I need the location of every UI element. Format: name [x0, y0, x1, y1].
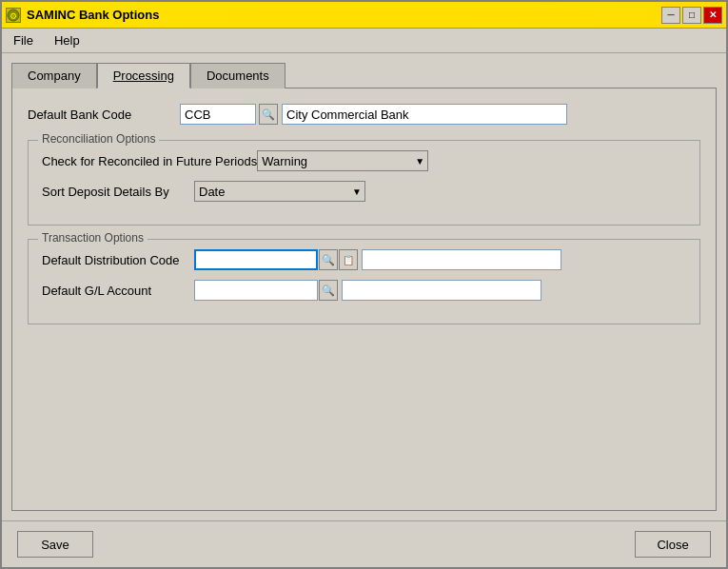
dist-code-row: Default Distribution Code 🔍 📋: [42, 249, 686, 270]
sort-deposit-label: Sort Deposit Details By: [42, 185, 194, 199]
maximize-button[interactable]: □: [682, 7, 701, 24]
search-icon: 🔍: [262, 108, 275, 121]
minimize-button[interactable]: ─: [661, 7, 680, 24]
transaction-group: Transaction Options Default Distribution…: [28, 239, 700, 324]
dist-code-input[interactable]: [194, 249, 318, 270]
transaction-group-title: Transaction Options: [38, 231, 148, 245]
main-window: ⚙ SAMINC Bank Options ─ □ ✕ File Help Co…: [0, 0, 728, 569]
bank-code-search-button[interactable]: 🔍: [259, 104, 278, 125]
search-icon: 🔍: [322, 284, 335, 297]
gl-account-row: Default G/L Account 🔍: [42, 280, 686, 301]
save-button[interactable]: Save: [17, 531, 93, 558]
main-panel: Default Bank Code 🔍 Reconciliation Optio…: [11, 88, 717, 511]
default-bank-code-label: Default Bank Code: [28, 108, 180, 122]
reconciliation-group: Reconciliation Options Check for Reconci…: [28, 140, 700, 226]
sort-deposit-row: Sort Deposit Details By Date Amount Refe…: [42, 181, 686, 202]
menu-file[interactable]: File: [8, 31, 39, 49]
close-button-footer[interactable]: Close: [635, 531, 711, 558]
sort-deposit-wrapper: Date Amount Reference ▼: [194, 181, 365, 202]
svg-text:⚙: ⚙: [10, 11, 17, 21]
close-button[interactable]: ✕: [703, 7, 722, 24]
gl-name-input[interactable]: [342, 280, 541, 301]
tab-company[interactable]: Company: [11, 63, 97, 88]
title-controls: ─ □ ✕: [661, 7, 722, 24]
tab-processing[interactable]: Processing: [97, 63, 190, 88]
bank-code-input[interactable]: [180, 104, 256, 125]
dist-code-label: Default Distribution Code: [42, 253, 194, 267]
footer: Save Close: [2, 520, 726, 567]
app-icon: ⚙: [6, 8, 21, 23]
check-reconciled-select[interactable]: Warning Error None: [257, 150, 428, 171]
title-bar: ⚙ SAMINC Bank Options ─ □ ✕: [2, 2, 726, 29]
check-reconciled-row: Check for Reconciled in Future Periods W…: [42, 150, 686, 171]
check-reconciled-wrapper: Warning Error None ▼: [257, 150, 428, 171]
reconciliation-group-title: Reconciliation Options: [38, 132, 159, 146]
check-reconciled-label: Check for Reconciled in Future Periods: [42, 154, 257, 168]
tab-bar: Company Processing Documents: [11, 63, 717, 88]
search-icon: 🔍: [322, 254, 335, 266]
tab-documents[interactable]: Documents: [190, 63, 285, 88]
dist-code-copy-button[interactable]: 📋: [339, 249, 358, 270]
gl-account-input[interactable]: [194, 280, 318, 301]
dist-name-input[interactable]: [362, 249, 561, 270]
gl-account-label: Default G/L Account: [42, 284, 194, 298]
window-title: SAMINC Bank Options: [27, 8, 159, 22]
gl-account-search-button[interactable]: 🔍: [319, 280, 338, 301]
copy-icon: 📋: [343, 255, 354, 265]
dist-code-search-button[interactable]: 🔍: [319, 249, 338, 270]
menu-bar: File Help: [2, 29, 726, 53]
default-bank-row: Default Bank Code 🔍: [28, 104, 700, 125]
sort-deposit-select[interactable]: Date Amount Reference: [194, 181, 365, 202]
menu-help[interactable]: Help: [49, 31, 86, 49]
bank-name-input[interactable]: [282, 104, 567, 125]
content-area: Company Processing Documents Default Ban…: [2, 53, 726, 520]
title-bar-left: ⚙ SAMINC Bank Options: [6, 8, 159, 23]
